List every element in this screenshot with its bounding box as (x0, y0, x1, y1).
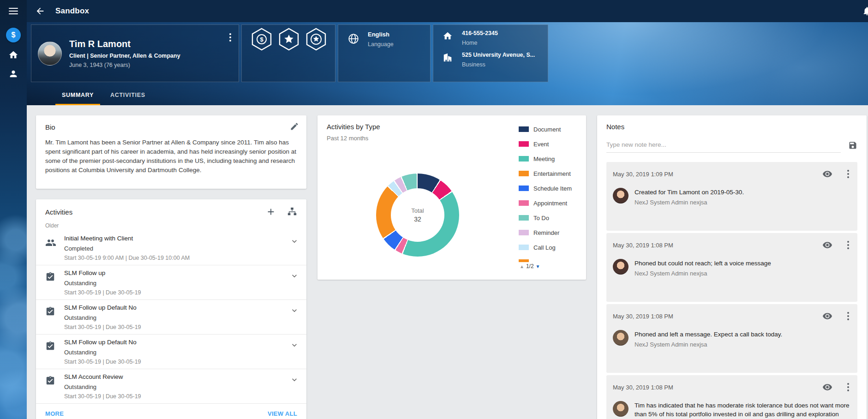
legend-swatch (519, 245, 529, 250)
activities-card: Activities Older (36, 199, 306, 419)
notes-card: Notes May 30, 2019 1:09 PM (597, 115, 867, 419)
legend-label: Event (533, 141, 549, 148)
add-activity-icon[interactable] (266, 207, 276, 217)
chart-legend: Document Event Meeting Entertainment Sch… (519, 122, 584, 262)
bio-title: Bio (45, 123, 297, 131)
notes-list: May 30, 2019 1:09 PM Created for Tim Lam… (606, 162, 857, 419)
activity-status: Outstanding (64, 314, 290, 321)
eye-icon[interactable] (822, 311, 832, 321)
building-icon (443, 53, 453, 68)
activity-row[interactable]: SLM Account Review Outstanding Start 30-… (36, 369, 306, 404)
phone-label: Home (462, 40, 498, 46)
note-author: NexJ System Admin nexjsa (635, 341, 782, 348)
legend-item: Event (519, 137, 584, 151)
profile-menu-icon[interactable] (227, 31, 233, 43)
sidebar: $ (0, 0, 27, 419)
phone-row[interactable]: 416-555-2345 Home (443, 30, 548, 46)
new-note-input[interactable] (606, 138, 841, 153)
legend-label: Call Log (533, 244, 556, 251)
back-arrow-icon[interactable] (35, 6, 45, 16)
chevron-down-icon[interactable] (290, 373, 299, 400)
tab-activities[interactable]: ACTIVITIES (104, 87, 152, 105)
hamburger-menu-icon[interactable] (9, 8, 18, 14)
eye-icon[interactable] (822, 169, 832, 179)
bio-text: Mr. Tim Lamont has been a Senior Partner… (45, 138, 297, 175)
app-dollar-icon[interactable]: $ (6, 28, 21, 42)
address-label: Business (462, 61, 535, 68)
note-item: May 30, 2019 1:09 PM Created for Tim Lam… (606, 162, 857, 231)
chevron-down-icon[interactable] (290, 235, 299, 261)
legend-swatch (519, 126, 529, 132)
note-timestamp: May 30, 2019 1:08 PM (613, 313, 822, 320)
contact-card[interactable]: 416-555-2345 Home 525 University Avenue,… (433, 24, 548, 82)
address-row[interactable]: 525 University Avenue, S... Business (443, 52, 548, 68)
topbar: Sandbox (27, 0, 868, 22)
chevron-down-icon[interactable] (290, 339, 299, 365)
activity-row[interactable]: SLM Follow up Default No Outstanding Sta… (36, 335, 306, 369)
more-button[interactable]: MORE (45, 410, 64, 417)
legend-item: Schedule Item (519, 181, 584, 196)
page-down-icon[interactable]: ▼ (536, 264, 540, 269)
activity-title: SLM Follow up Default No (64, 304, 290, 311)
profile-birthdate: June 3, 1943 (76 years) (69, 62, 180, 68)
address-value: 525 University Avenue, S... (462, 52, 535, 58)
donut-center: Total 32 (391, 188, 444, 242)
legend-label: Meeting (533, 156, 555, 162)
dollar-badge-icon[interactable]: $ (251, 28, 272, 82)
profile-avatar (38, 42, 62, 66)
activities-group-label: Older (36, 217, 306, 231)
legend-overflow-swatch (519, 259, 529, 262)
activity-row[interactable]: Initial Meeting with Client Completed St… (36, 231, 306, 265)
eye-icon[interactable] (822, 382, 832, 392)
legend-swatch (519, 156, 529, 162)
activity-dates: Start 30-05-19 | Due 30-05-19 (64, 324, 290, 330)
star-badge-icon[interactable] (278, 28, 299, 82)
note-menu-icon[interactable] (845, 239, 851, 251)
activity-title: SLM Account Review (64, 373, 290, 380)
legend-swatch (519, 186, 529, 191)
activity-title: SLM Follow up Default No (64, 339, 290, 346)
activities-list: Initial Meeting with Client Completed St… (36, 231, 306, 404)
home-icon[interactable] (8, 50, 18, 61)
chevron-down-icon[interactable] (290, 304, 299, 330)
profile-card[interactable]: Tim R Lamont Client | Senior Partner, Al… (31, 24, 239, 82)
hierarchy-icon[interactable] (287, 207, 297, 217)
bell-icon[interactable] (862, 6, 868, 18)
note-item: May 30, 2019 1:08 PM Phoned but could no… (606, 233, 857, 302)
profile-name: Tim R Lamont (69, 39, 180, 49)
page-up-icon[interactable]: ▲ (520, 264, 524, 269)
eye-icon[interactable] (822, 240, 832, 250)
chevron-down-icon[interactable] (290, 269, 299, 296)
activity-row[interactable]: SLM Follow up Default No Outstanding Sta… (36, 300, 306, 335)
person-icon[interactable] (8, 69, 18, 80)
page-indicator: 1/2 (526, 263, 534, 269)
note-item: May 30, 2019 1:08 PM Tim has indicated t… (606, 375, 857, 419)
activity-dates: Start 30-05-19 | Due 30-05-19 (64, 359, 290, 365)
note-text: Phoned and left a message. Expect a call… (635, 330, 782, 339)
note-item: May 30, 2019 1:08 PM Phoned and left a m… (606, 304, 857, 373)
note-menu-icon[interactable] (845, 310, 851, 322)
save-note-icon[interactable] (848, 141, 857, 150)
legend-item-overflow (519, 255, 584, 262)
tab-bar: SUMMARY ACTIVITIES (55, 87, 152, 105)
phone-number: 416-555-2345 (462, 30, 498, 36)
note-menu-icon[interactable] (845, 381, 851, 393)
donut-total-value: 32 (414, 215, 421, 223)
legend-item: Call Log (519, 240, 584, 255)
seal-star-badge-icon[interactable] (305, 28, 327, 82)
activity-title: SLM Follow up (64, 269, 290, 276)
note-text: Tim has indicated that he has moderate r… (635, 401, 851, 419)
edit-bio-icon[interactable] (290, 122, 299, 131)
legend-item: Document (519, 122, 584, 137)
activity-row[interactable]: SLM Follow up Outstanding Start 30-05-19… (36, 265, 306, 300)
activity-status: Completed (64, 245, 290, 252)
note-menu-icon[interactable] (845, 168, 851, 180)
activity-dates: Start 30-05-19 | Due 30-05-19 (64, 289, 290, 296)
tab-summary[interactable]: SUMMARY (55, 87, 100, 105)
notes-title: Notes (606, 123, 857, 131)
activities-title: Activities (45, 208, 255, 216)
language-card[interactable]: English Language (338, 24, 431, 82)
legend-label: Document (533, 126, 561, 133)
view-all-button[interactable]: VIEW ALL (268, 410, 297, 417)
activity-status: Outstanding (64, 280, 290, 287)
